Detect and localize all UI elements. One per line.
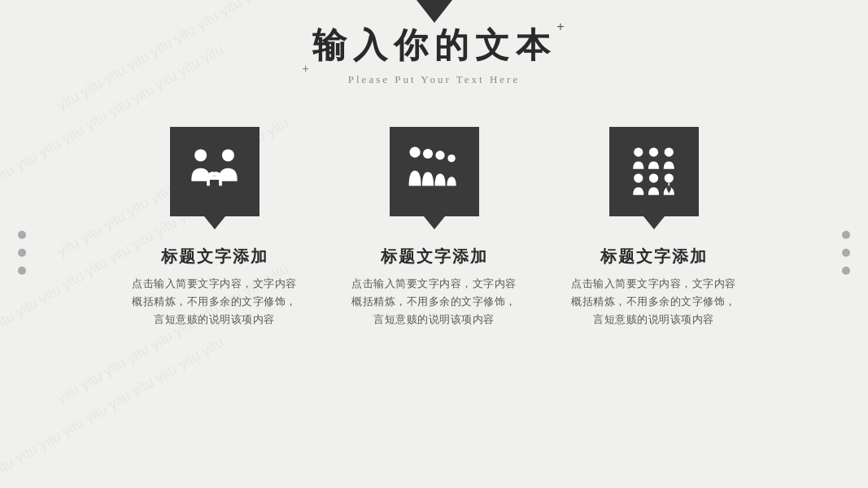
plus-icon-left: + bbox=[303, 62, 316, 75]
svg-rect-3 bbox=[207, 179, 210, 185]
right-dot-3 bbox=[842, 267, 850, 275]
card-2-body: 点击输入简要文字内容，文字内容概括精炼，不用多余的文字修饰，言短意赅的说明该项内… bbox=[349, 276, 520, 329]
svg-rect-4 bbox=[219, 179, 222, 185]
svg-point-9 bbox=[435, 150, 444, 159]
card-3-icon-box bbox=[609, 127, 699, 216]
svg-point-0 bbox=[194, 149, 207, 161]
svg-point-1 bbox=[222, 149, 234, 161]
card-1-title: 标题文字添加 bbox=[161, 246, 268, 268]
card-2-icon-box bbox=[390, 127, 479, 216]
right-dot-2 bbox=[842, 249, 850, 257]
card-3: 标题文字添加 点击输入简要文字内容，文字内容概括精炼，不用多余的文字修饰，言短意… bbox=[569, 127, 739, 329]
left-dot-2 bbox=[18, 249, 26, 257]
svg-point-13 bbox=[665, 147, 674, 156]
right-dot-1 bbox=[842, 231, 850, 239]
main-title-text: 输入你的文本 bbox=[312, 26, 556, 64]
group-discussion-icon bbox=[184, 142, 245, 203]
svg-point-14 bbox=[634, 173, 643, 182]
left-dots bbox=[18, 231, 26, 275]
svg-point-11 bbox=[634, 147, 643, 156]
group-team-icon bbox=[623, 142, 684, 203]
header-section: 输入你的文本 + + Please Put Your Text Here bbox=[312, 23, 556, 86]
card-1-icon-box bbox=[170, 127, 260, 216]
svg-point-15 bbox=[649, 173, 658, 182]
svg-point-7 bbox=[410, 146, 421, 157]
svg-rect-18 bbox=[668, 182, 670, 185]
svg-point-12 bbox=[649, 147, 658, 156]
left-dot-1 bbox=[18, 231, 26, 239]
main-content: 输入你的文本 + + Please Put Your Text Here bbox=[49, 0, 819, 488]
svg-point-16 bbox=[665, 173, 674, 182]
card-1-body: 点击输入简要文字内容，文字内容概括精炼，不用多余的文字修饰，言短意赅的说明该项内… bbox=[129, 276, 300, 329]
group-family-icon bbox=[403, 142, 465, 203]
svg-point-8 bbox=[423, 148, 433, 158]
cards-row: 标题文字添加 点击输入简要文字内容，文字内容概括精炼，不用多余的文字修饰，言短意… bbox=[129, 127, 739, 329]
page-subtitle: Please Put Your Text Here bbox=[312, 73, 556, 86]
page-title: 输入你的文本 + + bbox=[312, 23, 556, 68]
card-3-arrow-icon bbox=[643, 216, 665, 229]
plus-icon-top: + bbox=[556, 20, 570, 34]
card-2: 标题文字添加 点击输入简要文字内容，文字内容概括精炼，不用多余的文字修饰，言短意… bbox=[349, 127, 520, 329]
svg-point-10 bbox=[447, 154, 455, 161]
svg-rect-2 bbox=[205, 176, 224, 180]
right-dots bbox=[842, 231, 850, 275]
card-3-body: 点击输入简要文字内容，文字内容概括精炼，不用多余的文字修饰，言短意赅的说明该项内… bbox=[569, 276, 739, 329]
card-2-arrow-icon bbox=[424, 216, 445, 229]
card-1-arrow-icon bbox=[204, 216, 225, 229]
card-2-title: 标题文字添加 bbox=[381, 246, 488, 268]
card-1: 标题文字添加 点击输入简要文字内容，文字内容概括精炼，不用多余的文字修饰，言短意… bbox=[129, 127, 300, 329]
left-dot-3 bbox=[18, 267, 26, 275]
card-3-title: 标题文字添加 bbox=[600, 246, 708, 268]
